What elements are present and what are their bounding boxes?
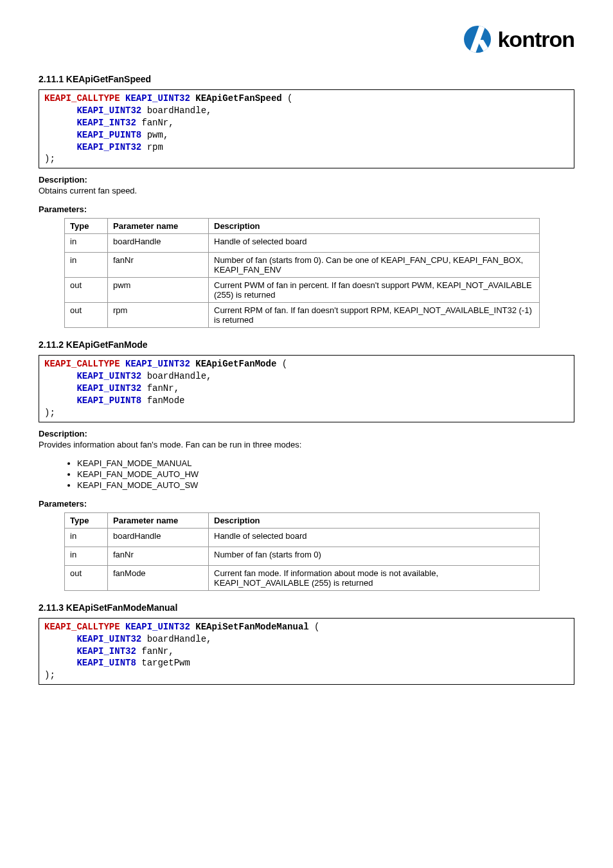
description-text: Provides information about fan's mode. F… bbox=[39, 440, 574, 449]
code-token: KEAPI_CALLTYPE bbox=[44, 622, 120, 632]
code-tail: ); bbox=[44, 670, 55, 680]
list-item: KEAPI_FAN_MODE_AUTO_HW bbox=[77, 469, 574, 479]
table-header-name: Parameter name bbox=[108, 512, 209, 528]
cell-name: boardHandle bbox=[108, 234, 209, 253]
cell-name: fanNr bbox=[108, 253, 209, 278]
table-row: in boardHandle Handle of selected board bbox=[65, 234, 540, 253]
fan-mode-list: KEAPI_FAN_MODE_MANUAL KEAPI_FAN_MODE_AUT… bbox=[39, 458, 574, 490]
cell-desc: Current PWM of fan in percent. If fan do… bbox=[209, 278, 540, 303]
code-token: KEAPI_INT32 bbox=[76, 646, 136, 656]
section-heading-getfanspeed: 2.11.1 KEApiGetFanSpeed bbox=[39, 74, 574, 84]
cell-desc: Handle of selected board bbox=[209, 528, 540, 547]
cell-type: out bbox=[65, 278, 108, 303]
code-token: KEAPI_PUINT8 bbox=[76, 395, 141, 406]
cell-desc: Number of fan (starts from 0). Can be on… bbox=[209, 253, 540, 278]
table-header-desc: Description bbox=[209, 219, 540, 234]
cell-type: out bbox=[65, 303, 108, 328]
code-token: KEAPI_UINT32 bbox=[76, 383, 141, 393]
cell-desc: Number of fan (starts from 0) bbox=[209, 547, 540, 565]
code-block-setfanmodemanual: KEAPI_CALLTYPE KEAPI_UINT32 KEApiSetFanM… bbox=[39, 618, 574, 685]
code-token: KEAPI_UINT32 bbox=[76, 371, 141, 381]
cell-type: in bbox=[65, 234, 108, 253]
code-param: targetPwm bbox=[141, 658, 190, 668]
code-token: KEAPI_UINT32 bbox=[125, 622, 190, 632]
kontron-logo-icon bbox=[464, 26, 491, 53]
cell-type: in bbox=[65, 547, 108, 565]
code-token: KEAPI_PINT32 bbox=[76, 142, 141, 152]
code-param: boardHandle bbox=[147, 371, 206, 381]
code-token: KEAPI_CALLTYPE bbox=[44, 93, 120, 104]
description-text: Obtains current fan speed. bbox=[39, 186, 574, 195]
code-fn-name: KEApiGetFanMode bbox=[195, 359, 276, 369]
brand-name: kontron bbox=[497, 27, 574, 52]
code-param: boardHandle bbox=[147, 105, 206, 116]
cell-desc: Handle of selected board bbox=[209, 234, 540, 253]
code-block-getfanmode: KEAPI_CALLTYPE KEAPI_UINT32 KEApiGetFanM… bbox=[39, 355, 574, 422]
cell-name: boardHandle bbox=[108, 528, 209, 547]
code-token: KEAPI_PUINT8 bbox=[76, 130, 141, 140]
cell-type: out bbox=[65, 565, 108, 590]
code-param: fanNr bbox=[141, 118, 168, 128]
code-fn-name: KEApiSetFanModeManual bbox=[195, 622, 308, 632]
parameters-label: Parameters: bbox=[39, 204, 574, 214]
code-param: fanNr bbox=[141, 646, 168, 656]
code-tail: ); bbox=[44, 408, 55, 418]
table-header-desc: Description bbox=[209, 512, 540, 528]
code-token: KEAPI_CALLTYPE bbox=[44, 359, 120, 369]
table-row: in fanNr Number of fan (starts from 0) bbox=[65, 547, 540, 565]
cell-desc: Current fan mode. If information about m… bbox=[209, 565, 540, 590]
list-item: KEAPI_FAN_MODE_MANUAL bbox=[77, 458, 574, 468]
table-row: out fanMode Current fan mode. If informa… bbox=[65, 565, 540, 590]
code-param: fanNr bbox=[147, 383, 174, 393]
code-param: rpm bbox=[147, 142, 163, 152]
description-label: Description: bbox=[39, 429, 574, 439]
table-row: out pwm Current PWM of fan in percent. I… bbox=[65, 278, 540, 303]
code-param: pwm bbox=[147, 130, 163, 140]
code-param: boardHandle bbox=[147, 634, 206, 644]
cell-name: fanNr bbox=[108, 547, 209, 565]
section-heading-getfanmode: 2.11.2 KEApiGetFanMode bbox=[39, 339, 574, 350]
description-label: Description: bbox=[39, 175, 574, 185]
table-row: in boardHandle Handle of selected board bbox=[65, 528, 540, 547]
code-token: KEAPI_UINT32 bbox=[76, 634, 141, 644]
code-block-getfanspeed: KEAPI_CALLTYPE KEAPI_UINT32 KEApiGetFanS… bbox=[39, 89, 574, 168]
cell-name: pwm bbox=[108, 278, 209, 303]
code-fn-name: KEApiGetFanSpeed bbox=[195, 93, 281, 104]
table-header-type: Type bbox=[65, 219, 108, 234]
code-token: KEAPI_UINT32 bbox=[76, 105, 141, 116]
code-token: KEAPI_INT32 bbox=[76, 118, 136, 128]
code-token: KEAPI_UINT32 bbox=[125, 93, 190, 104]
code-param: fanMode bbox=[147, 395, 185, 406]
code-tail: ); bbox=[44, 154, 55, 164]
list-item: KEAPI_FAN_MODE_AUTO_SW bbox=[77, 480, 574, 490]
code-token: KEAPI_UINT8 bbox=[76, 658, 136, 668]
cell-desc: Current RPM of fan. If fan doesn't suppo… bbox=[209, 303, 540, 328]
params-table-getfanspeed: Type Parameter name Description in board… bbox=[64, 218, 540, 328]
cell-name: fanMode bbox=[108, 565, 209, 590]
cell-name: rpm bbox=[108, 303, 209, 328]
table-header-type: Type bbox=[65, 512, 108, 528]
code-token: KEAPI_UINT32 bbox=[125, 359, 190, 369]
logo-block: kontron bbox=[39, 26, 574, 55]
cell-type: in bbox=[65, 253, 108, 278]
table-header-name: Parameter name bbox=[108, 219, 209, 234]
table-row: out rpm Current RPM of fan. If fan doesn… bbox=[65, 303, 540, 328]
params-table-getfanmode: Type Parameter name Description in board… bbox=[64, 512, 540, 591]
parameters-label: Parameters: bbox=[39, 499, 574, 509]
cell-type: in bbox=[65, 528, 108, 547]
section-heading-setfanmodemanual: 2.11.3 KEApiSetFanModeManual bbox=[39, 602, 574, 613]
table-row: in fanNr Number of fan (starts from 0). … bbox=[65, 253, 540, 278]
